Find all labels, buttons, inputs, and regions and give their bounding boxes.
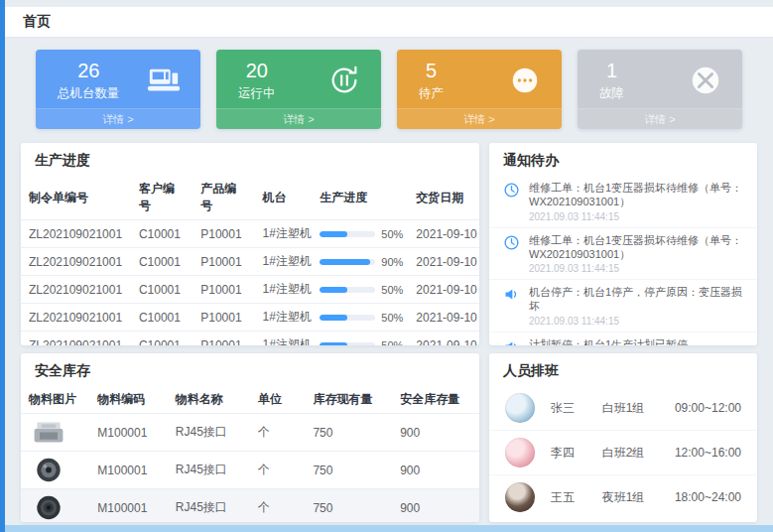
stock-cell: 750 <box>305 489 392 523</box>
date-cell: 2021-09-10 <box>408 332 479 346</box>
progress-cell: 50% <box>312 220 408 248</box>
avatar <box>505 482 535 512</box>
notice-item[interactable]: 维修工单：机台1变压器损坏待维修（单号：WX202109031001） 2021… <box>489 228 757 281</box>
date-cell: 2021-09-10 <box>408 276 479 304</box>
progress-cell: 50% <box>312 304 408 332</box>
column-header: 机台 <box>255 176 313 220</box>
card-detail-link[interactable]: 详情 > <box>397 108 562 129</box>
notice-text: 维修工单：机台1变压器损坏待维修（单号：WX202109031001） <box>529 233 743 262</box>
customer-cell: C10001 <box>131 220 193 248</box>
inventory-row[interactable]: M100001 RJ45接口 个 750 900 <box>21 452 479 489</box>
safety-stock-cell: 900 <box>392 489 479 523</box>
stat-label: 待产 <box>419 85 444 102</box>
customer-cell: C10001 <box>131 332 193 346</box>
stat-label: 运行中 <box>238 85 276 102</box>
date-cell: 2021-09-10 <box>408 304 479 332</box>
production-row[interactable]: ZL202109021001 C10001 P10001 1#注塑机 90% 2… <box>21 248 479 276</box>
dashboard-main: 首页 26 总机台数量 <box>5 7 773 522</box>
production-row[interactable]: ZL202109021001 C10001 P10001 1#注塑机 50% 2… <box>21 276 479 304</box>
machine-cell: 1#注塑机 <box>255 304 313 332</box>
speaker-icon <box>503 337 521 345</box>
stock-cell: 750 <box>305 452 392 489</box>
product-cell: P10001 <box>193 332 254 346</box>
order-cell: ZL202109021001 <box>21 332 131 346</box>
notice-item[interactable]: 机台停产：机台1停产，停产原因：变压器损坏 2021.09.03 11:44:1… <box>489 280 757 332</box>
card-detail-link[interactable]: 详情 > <box>578 108 742 129</box>
table-header-row: 制令单编号 客户编号 产品编号 机台 生产进度 交货日期 <box>21 176 479 220</box>
column-header: 库存现有量 <box>305 386 392 414</box>
production-row[interactable]: ZL202109021001 C10001 P10001 1#注塑机 50% 2… <box>21 332 479 346</box>
product-cell: P10001 <box>193 220 254 248</box>
stat-value: 1 <box>599 60 624 82</box>
stat-label: 故障 <box>599 85 624 102</box>
staff-name: 王五 <box>551 489 602 506</box>
staff-shift: 白班2组 <box>602 445 675 462</box>
card-detail-link[interactable]: 详情 > <box>216 108 381 129</box>
speaker-driver-photo <box>29 494 81 521</box>
notice-item[interactable]: 计划暂停：机台1生产计划已暂停 2021.09.03 11:44:15 <box>489 332 757 345</box>
progress-cell: 50% <box>312 276 408 304</box>
material-name-cell: RJ45接口 <box>168 452 250 489</box>
progress-cell: 50% <box>312 332 408 346</box>
column-header: 生产进度 <box>312 176 408 220</box>
notice-text: 计划暂停：机台1生产计划已暂停 <box>529 337 688 345</box>
material-name-cell: RJ45接口 <box>168 489 250 523</box>
column-header: 制令单编号 <box>21 176 131 220</box>
progress-bar <box>320 259 375 265</box>
clock-icon <box>503 181 521 223</box>
progress-cell: 90% <box>312 248 408 276</box>
column-header: 安全库存量 <box>392 386 479 414</box>
stat-card-standby[interactable]: 5 待产 详情 > <box>397 50 562 129</box>
progress-label: 50% <box>381 312 403 324</box>
customer-cell: C10001 <box>131 304 193 332</box>
machine-cell: 1#注塑机 <box>255 332 313 346</box>
material-code-cell: M100001 <box>89 414 168 452</box>
production-table: 制令单编号 客户编号 产品编号 机台 生产进度 交货日期 ZL202109021… <box>21 176 479 345</box>
staff-shift: 白班1组 <box>602 400 675 417</box>
material-code-cell: M100001 <box>89 489 168 523</box>
progress-bar <box>320 287 375 293</box>
stat-value: 20 <box>238 60 276 82</box>
stat-card-total-machines[interactable]: 26 总机台数量 详情 > <box>36 50 200 129</box>
stat-card-fault[interactable]: 1 故障 详情 > <box>578 50 742 129</box>
inventory-row[interactable]: M100001 RJ45接口 个 750 900 <box>21 414 479 452</box>
progress-bar <box>320 315 375 321</box>
order-cell: ZL202109021001 <box>21 304 131 332</box>
panel-title: 生产进度 <box>21 143 479 176</box>
panel-title: 人员排班 <box>489 353 757 386</box>
stat-value: 5 <box>419 60 444 82</box>
material-image-cell <box>21 489 89 523</box>
inventory-row[interactable]: M100001 RJ45接口 个 750 900 <box>21 489 479 523</box>
production-row[interactable]: ZL202109021001 C10001 P10001 1#注塑机 50% 2… <box>21 220 479 248</box>
unit-cell: 个 <box>250 414 305 452</box>
staff-time: 12:00~16:00 <box>675 446 741 460</box>
unit-cell: 个 <box>250 452 305 489</box>
production-progress-panel: 生产进度 制令单编号 客户编号 产品编号 机台 生产进度 交货日期 <box>21 143 479 345</box>
machine-cell: 1#注塑机 <box>255 220 313 248</box>
progress-label: 50% <box>381 228 403 240</box>
column-header: 产品编号 <box>193 176 254 220</box>
staff-schedule-panel: 人员排班 张三 白班1组 09:00~12:00 李四 白班2组 12:00~1… <box>489 353 757 522</box>
unit-cell: 个 <box>250 489 305 523</box>
progress-label: 90% <box>381 256 403 268</box>
production-row[interactable]: ZL202109021001 C10001 P10001 1#注塑机 50% 2… <box>21 304 479 332</box>
staff-name: 张三 <box>551 400 602 417</box>
card-detail-link[interactable]: 详情 > <box>36 108 200 129</box>
speaker-icon <box>503 285 521 328</box>
notice-item[interactable]: 维修工单：机台1变压器损坏待维修（单号：WX202109031001） 2021… <box>489 176 757 228</box>
notice-time: 2021.09.03 11:44:15 <box>529 316 743 328</box>
staff-row: 王五 夜班1组 18:00~24:00 <box>489 475 757 519</box>
progress-bar <box>320 231 375 237</box>
fault-tools-icon <box>689 64 722 97</box>
staff-shift: 夜班1组 <box>602 489 675 506</box>
staff-time: 18:00~24:00 <box>675 490 741 504</box>
table-header-row: 物料图片 物料编码 物料名称 单位 库存现有量 安全库存量 <box>21 386 479 414</box>
stat-card-running[interactable]: 20 运行中 详情 > <box>216 50 381 129</box>
stat-cards-row: 26 总机台数量 详情 > <box>21 50 757 129</box>
page-header: 首页 <box>5 7 773 38</box>
machine-cell: 1#注塑机 <box>255 248 313 276</box>
round-connector-photo <box>29 457 81 483</box>
notice-text: 维修工单：机台1变压器损坏待维修（单号：WX202109031001） <box>529 181 743 209</box>
column-header: 物料编码 <box>89 386 168 414</box>
column-header: 单位 <box>250 386 305 414</box>
